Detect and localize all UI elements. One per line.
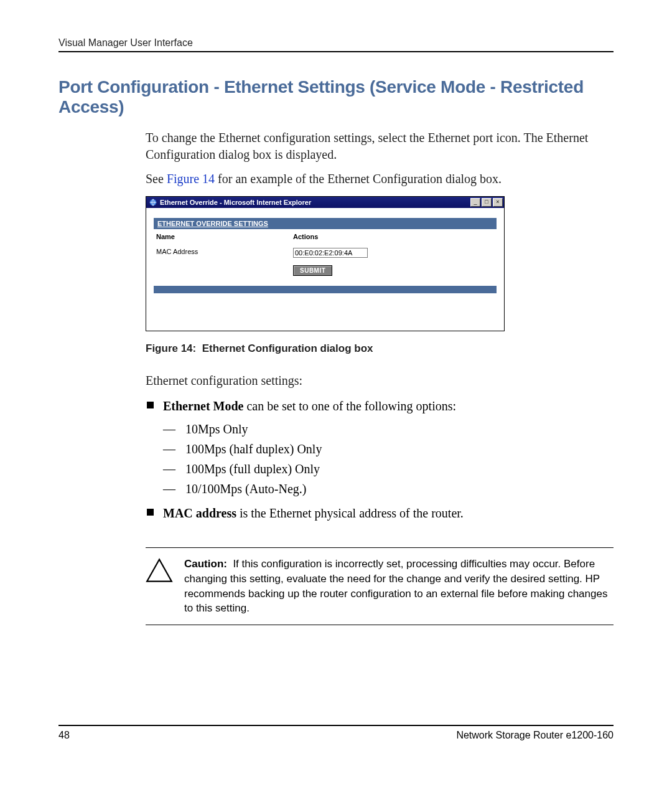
mac-address-term: MAC address — [163, 506, 236, 520]
mac-address-desc: is the Ethernet physical address of the … — [236, 506, 464, 520]
figure-caption: Figure 14: Ethernet Configuration dialog… — [146, 342, 614, 355]
ie-icon — [149, 198, 157, 207]
ethernet-dialog: Ethernet Override - Microsoft Internet E… — [146, 196, 505, 331]
running-head: Visual Manager User Interface — [58, 37, 614, 52]
caution-label: Caution: — [184, 558, 233, 570]
mac-address-input[interactable] — [293, 248, 368, 258]
ethernet-mode-term: Ethernet Mode — [163, 399, 243, 413]
col-name-header: Name — [156, 233, 293, 240]
list-item-mac-address: MAC address is the Ethernet physical add… — [163, 504, 614, 522]
close-button[interactable]: × — [493, 198, 503, 207]
intro-para-2: See Figure 14 for an example of the Ethe… — [146, 171, 614, 187]
footer-product: Network Storage Router e1200-160 — [456, 730, 614, 741]
submit-button[interactable]: SUBMIT — [293, 265, 332, 276]
mac-address-label: MAC Address — [156, 248, 293, 258]
caution-body: If this configuration is incorrectly set… — [184, 558, 607, 614]
section-title: Port Configuration - Ethernet Settings (… — [58, 77, 614, 117]
dialog-bottom-bar — [154, 286, 497, 293]
ethernet-mode-desc: can be set to one of the following optio… — [243, 399, 456, 413]
mode-option-1: 10Mps Only — [185, 419, 614, 439]
page-number: 48 — [58, 730, 70, 741]
col-actions-header: Actions — [293, 233, 494, 240]
list-item-ethernet-mode: Ethernet Mode can be set to one of the f… — [163, 397, 614, 499]
maximize-button[interactable]: □ — [482, 198, 492, 207]
intro2-post: for an example of the Ethernet Configura… — [215, 172, 502, 186]
svg-marker-1 — [147, 559, 172, 581]
intro2-pre: See — [146, 172, 167, 186]
figure-crossref[interactable]: Figure 14 — [167, 172, 215, 186]
mode-option-2: 100Mps (half duplex) Only — [185, 439, 614, 459]
minimize-button[interactable]: _ — [470, 198, 480, 207]
window-title: Ethernet Override - Microsoft Internet E… — [160, 199, 470, 206]
mode-option-3: 100Mps (full duplex) Only — [185, 459, 614, 479]
window-titlebar: Ethernet Override - Microsoft Internet E… — [146, 197, 504, 208]
settings-panel-header: ETHERNET OVERRIDE SETTINGS — [154, 218, 497, 229]
settings-lead: Ethernet configuration settings: — [146, 372, 614, 389]
intro-para-1: To change the Ethernet configuration set… — [146, 130, 614, 163]
caution-icon — [146, 557, 184, 616]
mode-option-4: 10/100Mps (Auto-Neg.) — [185, 479, 614, 499]
caution-block: Caution: If this configuration is incorr… — [146, 547, 614, 625]
